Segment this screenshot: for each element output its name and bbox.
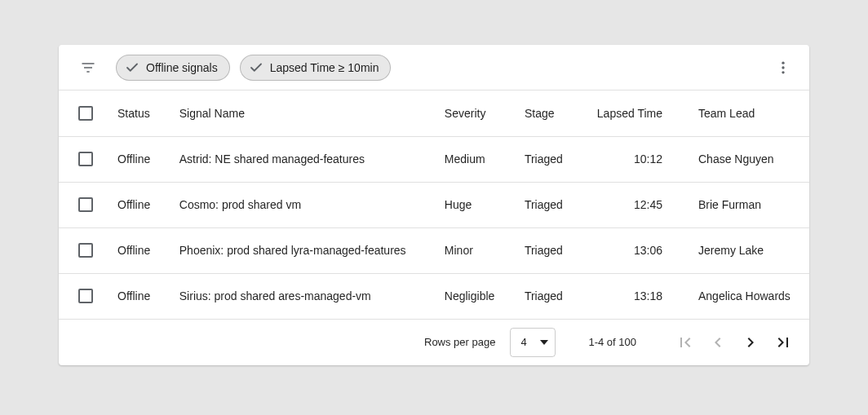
dropdown-icon: [540, 340, 548, 345]
first-page-icon: [675, 333, 695, 352]
cell-severity: Negligible: [432, 273, 512, 319]
chip-lapsed-time[interactable]: Lapsed Time ≥ 10min: [240, 55, 392, 81]
col-stage[interactable]: Stage: [512, 91, 579, 136]
col-team-lead[interactable]: Team Lead: [685, 91, 809, 136]
cell-team-lead: Angelica Howards: [685, 273, 809, 319]
col-severity[interactable]: Severity: [432, 91, 512, 136]
last-page-icon: [773, 333, 793, 352]
cell-lapsed-time: 10:12: [579, 136, 685, 182]
cell-lapsed-time: 12:45: [579, 182, 685, 227]
check-icon: [249, 60, 264, 75]
svg-point-2: [782, 71, 784, 73]
cell-stage: Triaged: [512, 136, 579, 182]
rows-per-page-label: Rows per page: [424, 336, 495, 348]
col-status[interactable]: Status: [104, 91, 166, 136]
chevron-right-icon: [741, 333, 760, 352]
chip-offline-signals[interactable]: Offline signals: [116, 55, 230, 81]
chip-label: Lapsed Time ≥ 10min: [270, 61, 379, 74]
filter-icon[interactable]: [78, 58, 98, 77]
row-checkbox[interactable]: [78, 197, 93, 212]
cell-severity: Minor: [432, 227, 512, 273]
signals-table: Status Signal Name Severity Stage Lapsed…: [59, 91, 809, 320]
cell-team-lead: Jeremy Lake: [685, 227, 809, 273]
rows-per-page-select[interactable]: 4: [510, 328, 556, 357]
cell-signal-name: Astrid: NE shared managed-features: [166, 136, 432, 182]
more-vert-icon: [775, 60, 791, 76]
rows-per-page-value: 4: [520, 336, 526, 348]
cell-signal-name: Cosmo: prod shared vm: [166, 182, 432, 227]
table-row[interactable]: Offline Cosmo: prod shared vm Huge Triag…: [59, 182, 809, 227]
cell-status: Offline: [104, 227, 166, 273]
cell-status: Offline: [104, 136, 166, 182]
data-table-card: Offline signals Lapsed Time ≥ 10min Stat…: [59, 45, 809, 365]
next-page-button[interactable]: [734, 326, 767, 359]
more-menu-button[interactable]: [767, 51, 799, 84]
cell-status: Offline: [104, 273, 166, 319]
svg-point-1: [782, 66, 784, 68]
cell-stage: Triaged: [512, 273, 579, 319]
last-page-button[interactable]: [767, 326, 799, 359]
row-checkbox[interactable]: [78, 243, 93, 258]
chevron-left-icon: [708, 333, 728, 352]
toolbar: Offline signals Lapsed Time ≥ 10min: [59, 45, 809, 91]
check-icon: [125, 60, 140, 75]
cell-team-lead: Chase Nguyen: [685, 136, 809, 182]
first-page-button[interactable]: [669, 326, 702, 359]
table-row[interactable]: Offline Phoenix: prod shared lyra-manage…: [59, 227, 809, 273]
cell-severity: Medium: [432, 136, 512, 182]
cell-team-lead: Brie Furman: [685, 182, 809, 227]
cell-signal-name: Phoenix: prod shared lyra-managed-featur…: [166, 227, 432, 273]
pagination: Rows per page 4 1-4 of 100: [59, 320, 809, 365]
chip-label: Offline signals: [146, 61, 218, 74]
cell-lapsed-time: 13:06: [579, 227, 685, 273]
cell-stage: Triaged: [512, 182, 579, 227]
table-row[interactable]: Offline Sirius: prod shared ares-managed…: [59, 273, 809, 319]
row-checkbox[interactable]: [78, 289, 93, 303]
cell-status: Offline: [104, 182, 166, 227]
pagination-range: 1-4 of 100: [588, 336, 636, 348]
select-all-checkbox[interactable]: [78, 106, 93, 121]
table-row[interactable]: Offline Astrid: NE shared managed-featur…: [59, 136, 809, 182]
row-checkbox[interactable]: [78, 152, 93, 166]
cell-stage: Triaged: [512, 227, 579, 273]
col-signal-name[interactable]: Signal Name: [166, 91, 432, 136]
prev-page-button[interactable]: [702, 326, 734, 359]
cell-lapsed-time: 13:18: [579, 273, 685, 319]
cell-signal-name: Sirius: prod shared ares-managed-vm: [166, 273, 432, 319]
col-lapsed-time[interactable]: Lapsed Time: [579, 91, 685, 136]
svg-point-0: [782, 61, 784, 64]
table-header-row: Status Signal Name Severity Stage Lapsed…: [59, 91, 809, 136]
cell-severity: Huge: [432, 182, 512, 227]
